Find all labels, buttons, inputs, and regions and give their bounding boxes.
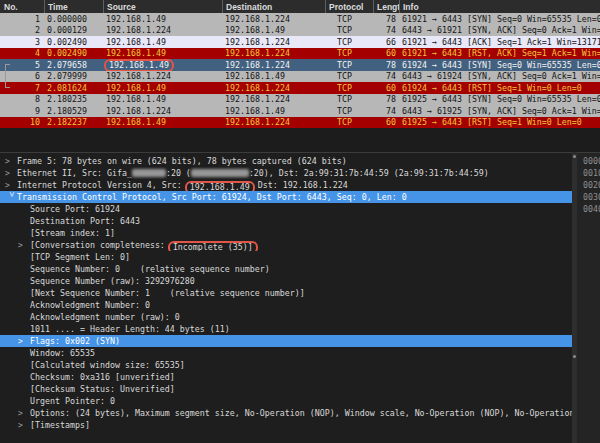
detail-line[interactable]: Window: 65535 <box>0 347 572 359</box>
cell-info: 61924 → 6443 [RST] Seq=1 Win=0 Len=0 <box>399 83 600 93</box>
detail-line[interactable]: Acknowledgment Number: 0 <box>0 299 572 311</box>
cell-no: 2 <box>0 25 44 35</box>
detail-text: [Stream index: 1] <box>30 228 115 238</box>
splitter-handle-icon[interactable] <box>573 155 576 158</box>
detail-text: Source Port: 61924 <box>30 204 120 214</box>
splitter-handle-icon[interactable] <box>573 355 576 358</box>
detail-line[interactable]: >Flags: 0x002 (SYN) <box>0 335 572 347</box>
expand-arrow-icon[interactable]: > <box>18 240 30 251</box>
conversation-bracket <box>5 64 10 88</box>
column-header-no[interactable]: No. <box>0 0 44 13</box>
packet-detail-pane: >Frame 5: 78 bytes on wire (624 bits), 7… <box>0 152 572 443</box>
detail-text: [Calculated window size: 65535] <box>30 360 185 370</box>
detail-text: [Conversation completeness: <box>30 240 170 250</box>
column-header-len[interactable]: Length <box>373 0 399 13</box>
cell-info: 61925 → 6443 [SYN] Seq=0 Win=65535 Len=0 <box>399 94 600 104</box>
cell-proto: TCP <box>325 25 373 35</box>
detail-line[interactable]: Source Port: 61924 <box>0 203 572 215</box>
cell-no: 9 <box>0 106 44 116</box>
arrow-spacer <box>18 372 30 383</box>
cell-proto: TCP <box>325 60 373 70</box>
cell-time: 0.002490 <box>44 37 103 47</box>
detail-line[interactable]: Checksum: 0xa316 [unverified] <box>0 371 572 383</box>
expand-arrow-icon[interactable]: > <box>5 180 17 191</box>
cell-info: 61925 → 6443 [RST] Seq=1 Win=0 Len=0 <box>399 117 600 127</box>
detail-line[interactable]: >Ethernet II, Src: Gifa_:20 (:20), Dst: … <box>0 167 572 179</box>
hex-dump-pane[interactable]: 00000010002000300040 <box>577 152 600 443</box>
cell-len: 78 <box>373 14 399 24</box>
arrow-spacer <box>18 288 30 299</box>
arrow-spacer <box>18 300 30 311</box>
detail-line[interactable]: >Frame 5: 78 bytes on wire (624 bits), 7… <box>0 155 572 167</box>
cell-info: 61921 → 6443 [ACK] Seq=1 Ack=1 Win=13171… <box>399 37 600 47</box>
cell-src: 192.168.1.49 <box>103 59 222 71</box>
detail-line[interactable]: [Checksum Status: Unverified] <box>0 383 572 395</box>
detail-line[interactable]: Sequence Number (raw): 3292976280 <box>0 275 572 287</box>
cell-src: 192.168.1.49 <box>103 14 222 24</box>
cell-dst: 192.168.1.224 <box>222 14 325 24</box>
packet-row-3[interactable]: 30.002490192.168.1.49192.168.1.224TCP666… <box>0 36 600 48</box>
packet-row-8[interactable]: 82.180235192.168.1.49192.168.1.224TCP786… <box>0 94 600 106</box>
detail-line[interactable]: >Options: (24 bytes), Maximum segment si… <box>0 407 572 419</box>
detail-line[interactable]: >[Conversation completeness: Incomplete … <box>0 239 572 251</box>
arrow-spacer <box>18 348 30 359</box>
cell-src: 192.168.1.49 <box>103 83 222 93</box>
packet-row-2[interactable]: 20.000129192.168.1.224192.168.1.49TCP746… <box>0 25 600 37</box>
column-header-time[interactable]: Time <box>44 0 103 13</box>
hex-offset: 0000 <box>583 155 600 167</box>
arrow-spacer <box>18 252 30 263</box>
expand-arrow-icon[interactable]: > <box>18 336 30 347</box>
packet-row-5[interactable]: 52.079658192.168.1.49192.168.1.224TCP786… <box>0 59 600 71</box>
cell-proto: TCP <box>325 117 373 127</box>
expand-arrow-icon[interactable]: > <box>5 156 17 167</box>
expand-arrow-icon[interactable]: > <box>5 168 17 179</box>
packet-row-4[interactable]: 40.002490192.168.1.49192.168.1.224TCP606… <box>0 48 600 60</box>
detail-line[interactable]: [TCP Segment Len: 0] <box>0 251 572 263</box>
expand-arrow-icon[interactable]: > <box>18 408 30 419</box>
column-header-dst[interactable]: Destination <box>222 0 325 13</box>
cell-proto: TCP <box>325 37 373 47</box>
column-header-proto[interactable]: Protocol <box>325 0 373 13</box>
packet-row-6[interactable]: 62.079999192.168.1.224192.168.1.49TCP746… <box>0 71 600 83</box>
cell-src: 192.168.1.49 <box>103 37 222 47</box>
detail-text: Sequence Number: 0 (relative sequence nu… <box>30 264 270 274</box>
detail-line[interactable]: [Stream index: 1] <box>0 227 572 239</box>
detail-text: Urgent Pointer: 0 <box>30 396 115 406</box>
detail-line[interactable]: >Transmission Control Protocol, Src Port… <box>0 191 572 203</box>
cell-len: 78 <box>373 94 399 104</box>
detail-text: :20), Dst: 2a:99:31:7b:44:59 (2a:99:31:7… <box>249 168 489 178</box>
packet-row-10[interactable]: 102.182237192.168.1.49192.168.1.224TCP60… <box>0 117 600 129</box>
detail-line[interactable]: 1011 .... = Header Length: 44 bytes (11) <box>0 323 572 335</box>
cell-time: 0.000129 <box>44 25 103 35</box>
detail-line[interactable]: >[Timestamps] <box>0 419 572 431</box>
packet-row-7[interactable]: 72.081624192.168.1.49192.168.1.224TCP606… <box>0 82 600 94</box>
cell-info: 61924 → 6443 [SYN] Seq=0 Win=65535 Len=0 <box>399 60 600 70</box>
cell-info: 6443 → 61924 [SYN, ACK] Seq=0 Ack=1 Win=… <box>399 71 600 81</box>
cell-time: 2.079999 <box>44 71 103 81</box>
cell-dst: 192.168.1.49 <box>222 25 325 35</box>
cell-src: 192.168.1.49 <box>103 94 222 104</box>
cell-src: 192.168.1.49 <box>103 117 222 127</box>
packet-row-1[interactable]: 10.000000192.168.1.49192.168.1.224TCP786… <box>0 13 600 25</box>
detail-text: Checksum: 0xa316 [unverified] <box>30 372 175 382</box>
column-header-info[interactable]: Info <box>399 0 600 13</box>
cell-dst: 192.168.1.224 <box>222 117 325 127</box>
expand-arrow-icon[interactable]: > <box>18 420 30 431</box>
detail-line[interactable]: Urgent Pointer: 0 <box>0 395 572 407</box>
cell-proto: TCP <box>325 94 373 104</box>
detail-text: Frame 5: 78 bytes on wire (624 bits), 78… <box>17 156 347 166</box>
cell-time: 2.079658 <box>44 60 103 70</box>
detail-line[interactable]: Acknowledgment number (raw): 0 <box>0 311 572 323</box>
cell-proto: TCP <box>325 71 373 81</box>
column-header-src[interactable]: Source <box>103 0 222 13</box>
detail-line[interactable]: [Calculated window size: 65535] <box>0 359 572 371</box>
packet-row-9[interactable]: 92.180529192.168.1.224192.168.1.49TCP746… <box>0 105 600 117</box>
cell-len: 60 <box>373 48 399 58</box>
detail-line[interactable]: >Internet Protocol Version 4, Src: 192.1… <box>0 179 572 191</box>
detail-line[interactable]: Destination Port: 6443 <box>0 215 572 227</box>
arrow-spacer <box>18 276 30 287</box>
collapse-arrow-icon[interactable]: > <box>5 192 17 203</box>
detail-line[interactable]: [Next Sequence Number: 1 (relative seque… <box>0 287 572 299</box>
detail-line[interactable]: Sequence Number: 0 (relative sequence nu… <box>0 263 572 275</box>
cell-info: 61921 → 6443 [RST, ACK] Seq=1 Ack=1 Win=… <box>399 48 600 58</box>
